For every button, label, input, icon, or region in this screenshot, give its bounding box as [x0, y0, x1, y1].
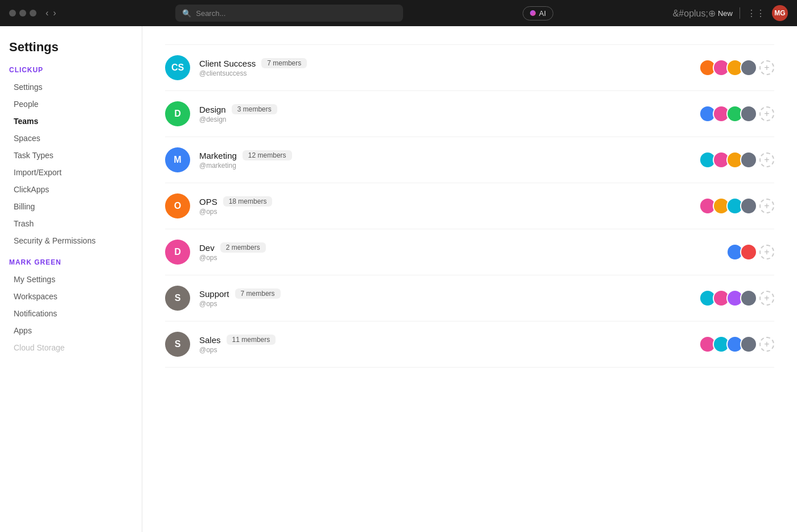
member-avatar	[740, 197, 757, 215]
team-info-design: Design3 members@design	[199, 104, 699, 123]
team-handle-support: @ops	[199, 300, 699, 308]
sidebar-section-mark: MARK GREEN	[9, 258, 133, 266]
team-avatars-sales: +	[699, 336, 774, 353]
team-name-marketing: Marketing	[199, 151, 237, 160]
new-button[interactable]: &#oplus;⊕ New	[673, 8, 733, 19]
sidebar-item-settings[interactable]: Settings	[9, 79, 133, 96]
team-row-ops[interactable]: OOPS18 members@ops+	[165, 183, 774, 229]
team-handle-design: @design	[199, 116, 699, 123]
ai-button[interactable]: AI	[523, 6, 553, 20]
team-avatar-marketing: M	[165, 147, 190, 172]
add-member-button-marketing[interactable]: +	[759, 152, 774, 167]
team-avatar-sales: S	[165, 332, 190, 357]
team-avatars-dev: +	[726, 244, 774, 261]
team-handle-dev: @ops	[199, 254, 726, 262]
user-avatar[interactable]: MG	[772, 5, 788, 21]
sidebar-item-people[interactable]: People	[9, 96, 133, 113]
team-info-client-success: Client Success7 members@clientsuccess	[199, 58, 699, 77]
team-info-support: Support7 members@ops	[199, 288, 699, 308]
sidebar-item-teams[interactable]: Teams	[9, 113, 133, 130]
search-placeholder: Search...	[196, 9, 225, 18]
forward-button[interactable]: ›	[53, 8, 56, 18]
member-avatar	[740, 336, 757, 353]
sidebar-title: Settings	[9, 40, 133, 55]
sidebar-item-apps[interactable]: Apps	[9, 322, 133, 339]
back-button[interactable]: ‹	[46, 8, 48, 18]
team-avatars-marketing: +	[699, 151, 774, 168]
sidebar-item-billing[interactable]: Billing	[9, 198, 133, 215]
add-member-button-sales[interactable]: +	[759, 337, 774, 352]
search-icon: 🔍	[182, 9, 191, 18]
team-avatar-support: S	[165, 286, 190, 311]
team-row-client-success[interactable]: CSClient Success7 members@clientsuccess+	[165, 44, 774, 91]
add-member-button-support[interactable]: +	[759, 291, 774, 306]
team-handle-sales: @ops	[199, 346, 699, 354]
team-name-support: Support	[199, 289, 229, 299]
member-badge-support: 7 members	[235, 288, 281, 299]
team-list: CSClient Success7 members@clientsuccess+…	[165, 44, 774, 368]
nav-arrows: ‹ ›	[46, 8, 56, 18]
member-badge-sales: 11 members	[227, 335, 276, 345]
team-name-sales: Sales	[199, 335, 221, 345]
window-controls	[9, 10, 36, 17]
team-avatars-ops: +	[699, 197, 774, 215]
team-handle-ops: @ops	[199, 208, 699, 216]
team-avatars-client-success: +	[699, 59, 774, 76]
sidebar-item-import-export[interactable]: Import/Export	[9, 164, 133, 181]
ai-icon	[530, 10, 536, 16]
team-avatar-client-success: CS	[165, 55, 190, 80]
add-member-button-dev[interactable]: +	[759, 245, 774, 259]
team-row-sales[interactable]: SSales11 members@ops+	[165, 321, 774, 368]
add-member-button-ops[interactable]: +	[759, 199, 774, 213]
team-avatar-design: D	[165, 101, 190, 126]
add-member-button-client-success[interactable]: +	[759, 60, 774, 75]
sidebar-item-notifications[interactable]: Notifications	[9, 305, 133, 322]
divider	[740, 7, 740, 19]
sidebar-item-spaces[interactable]: Spaces	[9, 130, 133, 147]
team-info-dev: Dev2 members@ops	[199, 242, 726, 262]
team-avatars-support: +	[699, 290, 774, 307]
member-badge-marketing: 12 members	[243, 150, 292, 160]
sidebar-item-security[interactable]: Security & Permissions	[9, 232, 133, 249]
ai-label: AI	[539, 9, 546, 18]
member-avatar	[740, 151, 757, 168]
member-avatar	[740, 290, 757, 307]
team-row-support[interactable]: SSupport7 members@ops+	[165, 275, 774, 321]
team-row-dev[interactable]: DDev2 members@ops+	[165, 229, 774, 275]
team-info-ops: OPS18 members@ops	[199, 196, 699, 216]
team-name-client-success: Client Success	[199, 59, 256, 68]
sidebar-item-cloud-storage[interactable]: Cloud Storage	[9, 339, 133, 356]
member-avatar	[740, 105, 757, 122]
sidebar-item-task-types[interactable]: Task Types	[9, 147, 133, 164]
main-content: CSClient Success7 members@clientsuccess+…	[142, 26, 797, 532]
main-layout: Settings CLICKUP Settings People Teams S…	[0, 26, 797, 532]
topbar: ‹ › 🔍 Search... AI &#oplus;⊕ New ⋮⋮ MG	[0, 0, 797, 26]
add-member-button-design[interactable]: +	[759, 106, 774, 121]
search-bar[interactable]: 🔍 Search...	[175, 5, 403, 22]
member-badge-dev: 2 members	[220, 242, 266, 253]
sidebar-item-clickapps[interactable]: ClickApps	[9, 181, 133, 198]
team-avatar-dev: D	[165, 240, 190, 265]
grid-icon[interactable]: ⋮⋮	[747, 8, 765, 19]
sidebar: Settings CLICKUP Settings People Teams S…	[0, 26, 142, 532]
new-label: New	[718, 9, 733, 18]
team-row-design[interactable]: DDesign3 members@design+	[165, 91, 774, 137]
sidebar-item-workspaces[interactable]: Workspaces	[9, 288, 133, 305]
team-handle-client-success: @clientsuccess	[199, 69, 699, 77]
plus-icon: &#oplus;⊕	[673, 8, 716, 19]
topbar-right: &#oplus;⊕ New ⋮⋮ MG	[673, 5, 788, 21]
team-avatars-design: +	[699, 105, 774, 122]
member-avatar	[740, 59, 757, 76]
member-avatar	[740, 244, 757, 261]
team-avatar-ops: O	[165, 193, 190, 218]
sidebar-item-trash[interactable]: Trash	[9, 215, 133, 232]
team-handle-marketing: @marketing	[199, 162, 699, 170]
team-info-marketing: Marketing12 members@marketing	[199, 150, 699, 170]
team-info-sales: Sales11 members@ops	[199, 335, 699, 354]
member-badge-design: 3 members	[232, 104, 277, 114]
member-badge-client-success: 7 members	[261, 58, 307, 68]
team-name-ops: OPS	[199, 197, 217, 207]
sidebar-item-my-settings[interactable]: My Settings	[9, 271, 133, 288]
member-badge-ops: 18 members	[223, 196, 273, 207]
team-row-marketing[interactable]: MMarketing12 members@marketing+	[165, 137, 774, 183]
